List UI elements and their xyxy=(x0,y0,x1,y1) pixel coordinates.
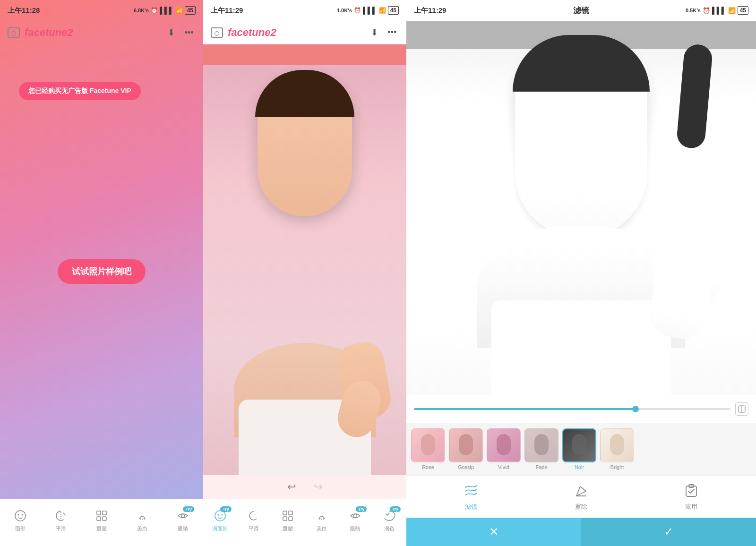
svg-point-9 xyxy=(217,514,219,516)
nav-smooth-1[interactable]: 平滑 xyxy=(47,508,75,532)
filter-item-vivid[interactable]: Vivid xyxy=(487,428,521,470)
photo-area-2 xyxy=(203,65,406,475)
nav-reshape-1[interactable]: 重塑 xyxy=(87,508,116,532)
network-speed-3: 0.5K's xyxy=(686,8,701,13)
filter-label-fade: Fade xyxy=(535,464,547,470)
svg-rect-12 xyxy=(289,511,292,515)
top-color-bar-2 xyxy=(203,44,406,65)
svg-rect-11 xyxy=(283,511,287,515)
nav-label-whiten-2: 美白 xyxy=(317,525,327,532)
nav-label-reshape-2: 重塑 xyxy=(283,525,293,532)
tool-filter[interactable]: 滤镜 xyxy=(463,483,480,511)
tool-label-apply: 应用 xyxy=(685,503,697,511)
filter-slider-thumb[interactable] xyxy=(632,406,639,412)
panel1-content: 您已经购买无广告版 Facetune VIP 试试照片样例吧 xyxy=(0,44,203,499)
reshape-icon-2 xyxy=(280,508,295,523)
erase-tool-icon xyxy=(573,483,590,500)
svg-point-2 xyxy=(22,514,23,516)
compare-icon[interactable] xyxy=(735,402,748,416)
nav-label-reshape-1: 重塑 xyxy=(96,525,107,532)
panel-3: 上午11:29 滤镜 0.5K's ⏰ ▌▌▌ 📶 45 xyxy=(406,0,756,546)
svg-rect-14 xyxy=(289,517,292,520)
filter-label-vivid: Vivid xyxy=(498,464,509,470)
filter-slider-track[interactable] xyxy=(414,408,730,410)
filter-thumb-rose[interactable] xyxy=(411,428,445,462)
more-icon-1[interactable]: ••• xyxy=(182,26,196,39)
bottom-nav-1: 面部 平滑 重塑 xyxy=(0,499,203,546)
nav-eyes-1[interactable]: Try 眼睛 xyxy=(169,508,197,532)
svg-point-10 xyxy=(221,514,223,516)
filter-thumb-noir[interactable] xyxy=(562,428,596,462)
tool-erase[interactable]: 擦除 xyxy=(573,483,590,511)
download-icon-1[interactable]: ⬇ xyxy=(164,26,178,39)
apply-tool-icon xyxy=(683,483,700,500)
confirm-icon: ✓ xyxy=(664,525,673,538)
nav-label-eyes-2: 眼睛 xyxy=(350,525,361,532)
svg-rect-5 xyxy=(97,517,101,520)
confirm-button[interactable]: ✓ xyxy=(581,518,756,546)
nav-whiten-1[interactable]: 美白 xyxy=(128,508,156,532)
undo-icon[interactable]: ↩ xyxy=(283,478,300,495)
nav-smooth-2[interactable]: 平滑 xyxy=(240,508,268,532)
filter-item-gossip[interactable]: Gossip xyxy=(449,428,483,470)
bottom-actions-2: ↩ ↪ xyxy=(203,475,406,499)
redo-icon[interactable]: ↪ xyxy=(309,478,326,495)
nav-face-1[interactable]: 面部 xyxy=(6,508,34,532)
battery-icon-2: 45 xyxy=(388,6,399,15)
svg-point-0 xyxy=(15,511,26,521)
status-icons-1: 6.8K's ⏰ ▌▌▌ 📶 45 xyxy=(134,6,196,15)
panel-1: 上午11:28 6.8K's ⏰ ▌▌▌ 📶 45 facetune2 ⬇ ••… xyxy=(0,0,203,546)
filter-thumb-vivid[interactable] xyxy=(487,428,521,462)
signal-icon-1: ▌▌▌ xyxy=(160,7,174,14)
nav-color-2[interactable]: Try 润色 xyxy=(375,508,404,532)
vip-badge: 您已经购买无广告版 Facetune VIP xyxy=(19,82,141,100)
photo-picker-icon-2[interactable] xyxy=(211,27,223,38)
status-bar-1: 上午11:28 6.8K's ⏰ ▌▌▌ 📶 45 xyxy=(0,0,203,21)
filter-item-bright[interactable]: Bright xyxy=(600,428,634,470)
svg-point-15 xyxy=(354,514,357,518)
app-logo-1: facetune2 xyxy=(25,26,73,39)
whiten-icon-2 xyxy=(314,508,329,523)
app-header-1: facetune2 ⬇ ••• xyxy=(0,21,203,44)
svg-rect-4 xyxy=(103,511,106,515)
tool-apply[interactable]: 应用 xyxy=(683,483,700,511)
nav-reshape-2[interactable]: 重塑 xyxy=(274,508,302,532)
bottom-nav-2: Try 润面部 平滑 重塑 xyxy=(203,499,406,546)
download-icon-2[interactable]: ⬇ xyxy=(368,26,381,39)
photo-picker-icon-1[interactable] xyxy=(8,27,20,38)
nav-label-smooth-2: 平滑 xyxy=(249,525,259,532)
filter-thumb-bright[interactable] xyxy=(600,428,634,462)
try-badge-face-2: Try xyxy=(220,506,232,512)
filter-item-rose[interactable]: Rose xyxy=(411,428,445,470)
svg-rect-3 xyxy=(97,511,101,515)
nav-eyes-2[interactable]: Try 眼睛 xyxy=(341,508,369,532)
battery-icon-3: 45 xyxy=(738,6,748,15)
filter-label-bright: Bright xyxy=(610,464,624,470)
more-icon-2[interactable]: ••• xyxy=(386,26,399,39)
filter-slider-fill xyxy=(414,408,636,410)
time-2: 上午11:29 xyxy=(211,6,243,15)
filter-tool-icon xyxy=(463,483,480,500)
nav-whiten-2[interactable]: 美白 xyxy=(308,508,336,532)
nav-label-whiten-1: 美白 xyxy=(137,525,147,532)
page-title-3: 滤镜 xyxy=(573,5,589,16)
app-header-2: facetune2 ⬇ ••• xyxy=(203,21,406,44)
filter-thumb-gossip[interactable] xyxy=(449,428,483,462)
color-icon-2: Try xyxy=(382,508,397,523)
filter-label-gossip: Gossip xyxy=(458,464,474,470)
filter-label-noir: Noir xyxy=(575,464,584,470)
wifi-icon-1: 📶 xyxy=(176,7,183,14)
svg-point-1 xyxy=(18,514,19,516)
filter-label-rose: Rose xyxy=(422,464,434,470)
filter-item-noir[interactable]: Noir xyxy=(562,428,596,470)
svg-point-8 xyxy=(215,511,225,521)
filter-item-fade[interactable]: Fade xyxy=(524,428,558,470)
filter-thumb-fade[interactable] xyxy=(524,428,558,462)
time-1: 上午11:28 xyxy=(8,6,40,15)
nav-face-2[interactable]: Try 润面部 xyxy=(206,508,234,532)
filter-strip: Rose Gossip Vivid xyxy=(406,423,756,475)
reshape-icon-1 xyxy=(94,508,109,523)
nav-label-color-2: 润色 xyxy=(384,525,395,532)
try-sample-button[interactable]: 试试照片样例吧 xyxy=(58,259,146,284)
cancel-button[interactable]: ✕ xyxy=(406,518,581,546)
